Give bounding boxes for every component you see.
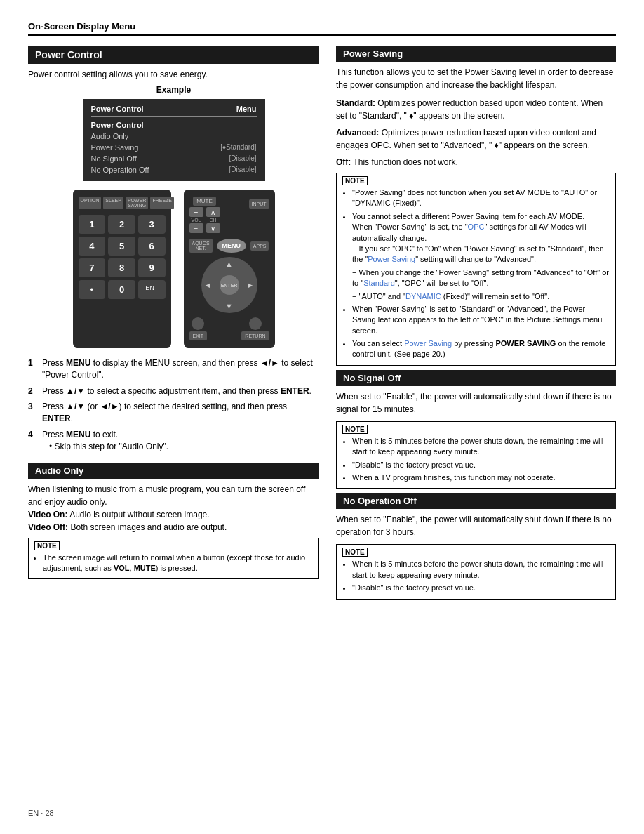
main-content: Power Control Power control setting allo… <box>28 46 616 604</box>
ch-group: ∧ CH ∨ <box>206 207 220 233</box>
aquos-button[interactable]: AQUOSNET. <box>189 239 213 253</box>
ch-up-button[interactable]: ∧ <box>206 207 220 217</box>
dpad-ring[interactable]: ▲ ▼ ◄ ► ENTER <box>201 257 257 313</box>
dpad-container: ▲ ▼ ◄ ► ENTER <box>201 257 257 313</box>
vol-ch-group: + VOL − ∧ CH ∨ <box>189 207 220 233</box>
menu-item-no-operation-off: No Operation Off [Disable] <box>91 164 257 176</box>
step-2: 2 Press ▲/▼ to select a specific adjustm… <box>28 385 319 397</box>
input-button[interactable]: INPUT <box>249 199 269 208</box>
no-operation-off-intro: When set to "Enable", the power will aut… <box>336 513 616 538</box>
return-circle <box>249 317 262 330</box>
no-signal-off-note: NOTE When it is 5 minutes before the pow… <box>336 421 616 489</box>
dpad-left-button[interactable]: ◄ <box>204 281 212 289</box>
audio-only-body: When listening to music from a music pro… <box>28 483 319 534</box>
vol-label: VOL <box>191 218 201 223</box>
dpad-up-button[interactable]: ▲ <box>225 260 233 268</box>
mute-vol-ch: MUTE + VOL − ∧ CH ∨ <box>189 197 220 233</box>
power-saving-note: NOTE "Power Saving" does not function wh… <box>336 173 616 366</box>
menu-item-audio-only: Audio Only <box>91 131 257 142</box>
exit-circle <box>192 317 204 330</box>
num-6-button[interactable]: 6 <box>138 237 166 256</box>
ent-button[interactable]: ENT <box>138 280 166 299</box>
sleep-button[interactable]: SLEEP <box>103 197 123 209</box>
power-saving-intro: This function allows you to set the Powe… <box>336 66 616 91</box>
no-signal-off-note-label: NOTE <box>342 425 368 434</box>
enter-button[interactable]: ENTER <box>220 275 239 295</box>
intro-text: Power control setting allows you to save… <box>28 70 319 79</box>
step-4: 4 Press MENU to exit.• Skip this step fo… <box>28 429 319 453</box>
remote-left: OPTION SLEEP POWER SAVING FREEZE 1 2 3 4… <box>73 190 171 348</box>
example-label: Example <box>28 85 319 95</box>
ch-down-button[interactable]: ∨ <box>206 223 220 233</box>
power-saving-title: Power Saving <box>336 46 616 62</box>
menu-button[interactable]: MENU <box>217 239 247 253</box>
return-button[interactable]: RETURN <box>241 331 269 340</box>
freeze-button[interactable]: FREEZE <box>150 197 174 209</box>
menu-diagram: Power Control Menu Power Control Audio O… <box>83 99 265 181</box>
num-9-button[interactable]: 9 <box>138 258 166 277</box>
audio-only-note-label: NOTE <box>34 541 60 550</box>
exit-return-row: EXIT RETURN <box>189 317 269 340</box>
page-header: On-Screen Display Menu <box>28 21 616 36</box>
remote-area: OPTION SLEEP POWER SAVING FREEZE 1 2 3 4… <box>28 190 319 348</box>
page-number: EN · 28 <box>28 809 54 817</box>
steps-list: 1 Press MENU to display the MENU screen,… <box>28 357 319 453</box>
num-2-button[interactable]: 2 <box>108 215 135 234</box>
page-header-title: On-Screen Display Menu <box>28 21 135 32</box>
no-signal-off-title: No Signal Off <box>336 370 616 386</box>
vol-group: + VOL − <box>189 207 203 233</box>
power-saving-note-label: NOTE <box>342 176 368 185</box>
right-column: Power Saving This function allows you to… <box>336 46 616 604</box>
power-saving-body: Standard: Optimizes power reduction base… <box>336 97 616 168</box>
num-3-button[interactable]: 3 <box>138 215 166 234</box>
num-5-button[interactable]: 5 <box>108 237 135 256</box>
menu-item-power-control: Power Control <box>91 119 257 131</box>
power-saving-button[interactable]: POWER SAVING <box>126 197 148 209</box>
num-0-button[interactable]: 0 <box>108 280 135 299</box>
no-operation-off-title: No Operation Off <box>336 493 616 509</box>
no-signal-off-intro: When set to "Enable", the power will aut… <box>336 390 616 416</box>
apps-button[interactable]: APPS <box>250 241 269 251</box>
exit-button[interactable]: EXIT <box>189 331 208 340</box>
left-column: Power Control Power control setting allo… <box>28 46 319 604</box>
remote-right: MUTE + VOL − ∧ CH ∨ <box>184 190 275 348</box>
menu-header-right: Menu <box>236 105 257 113</box>
vol-down-button[interactable]: − <box>189 223 203 233</box>
no-operation-off-note: NOTE When it is 5 minutes before the pow… <box>336 544 616 599</box>
option-button[interactable]: OPTION <box>79 197 102 209</box>
mute-button[interactable]: MUTE <box>193 197 216 206</box>
remote-top-buttons: OPTION SLEEP POWER SAVING FREEZE <box>79 197 166 209</box>
num-1-button[interactable]: 1 <box>79 215 106 234</box>
ch-label: CH <box>209 218 216 223</box>
nav-top-row: AQUOSNET. MENU APPS <box>189 239 269 253</box>
step-1: 1 Press MENU to display the MENU screen,… <box>28 357 319 381</box>
audio-only-note: NOTE The screen image will return to nor… <box>28 538 319 580</box>
menu-item-no-signal-off: No Signal Off [Disable] <box>91 153 257 164</box>
vol-up-button[interactable]: + <box>189 207 203 217</box>
num-4-button[interactable]: 4 <box>79 237 106 256</box>
menu-diagram-header: Power Control Menu <box>91 105 257 117</box>
exit-group: EXIT <box>189 317 208 340</box>
page-footer: EN · 28 <box>28 809 54 817</box>
audio-only-title: Audio Only <box>28 463 319 479</box>
power-control-title: Power Control <box>28 46 319 64</box>
num-7-button[interactable]: 7 <box>79 258 106 277</box>
no-operation-off-note-label: NOTE <box>342 548 368 557</box>
remote-numpad: 1 2 3 4 5 6 7 8 9 • 0 ENT <box>79 215 166 299</box>
num-8-button[interactable]: 8 <box>108 258 135 277</box>
remote-right-top: MUTE + VOL − ∧ CH ∨ <box>189 197 269 233</box>
remote-nav-area: AQUOSNET. MENU APPS ▲ ▼ ◄ ► ENTER <box>189 239 269 340</box>
menu-item-power-saving: Power Saving [♦Standard] <box>91 142 257 153</box>
return-group: RETURN <box>241 317 269 340</box>
dpad-down-button[interactable]: ▼ <box>225 302 233 310</box>
menu-header-left: Power Control <box>91 105 144 113</box>
dot-button[interactable]: • <box>79 280 106 299</box>
step-3: 3 Press ▲/▼ (or ◄/►) to select the desir… <box>28 401 319 425</box>
dpad-right-button[interactable]: ► <box>247 281 255 289</box>
